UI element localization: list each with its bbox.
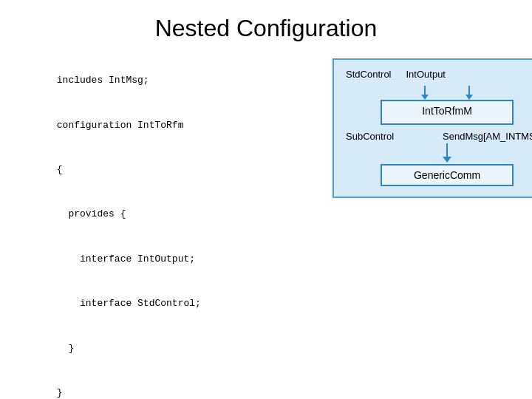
sub-control-label: SubControl: [346, 131, 394, 142]
code-line-5: interface IntOutput;: [57, 253, 195, 265]
code-line-7: }: [57, 343, 74, 354]
code-line-6: interface StdControl;: [57, 298, 201, 309]
inner-box: IntToRfmM: [381, 100, 514, 125]
generic-comm-box: GenericComm: [381, 164, 514, 186]
arrow-head-2: [466, 95, 473, 100]
bottom-row: SubControl SendMsg[AM_INTMSG];: [346, 131, 532, 142]
arrow-head-main: [443, 157, 451, 163]
top-arrows: [346, 86, 532, 100]
arrow-line-main: [446, 143, 448, 157]
code-line-2: configuration IntToRfm: [57, 120, 184, 131]
inner-box-label: IntToRfmM: [422, 105, 472, 117]
page: Nested Configuration includes IntMsg; co…: [0, 0, 532, 399]
code-line-4: provides {: [57, 208, 126, 219]
code-line-3: {: [57, 164, 63, 175]
std-control-arrow: [421, 86, 429, 100]
arrow-line-2: [468, 86, 470, 95]
generic-comm-label: GenericComm: [414, 169, 480, 181]
page-title: Nested Configuration: [22, 15, 510, 42]
send-msg-label: SendMsg[AM_INTMSG];: [443, 131, 532, 142]
code-line-1: includes IntMsg;: [57, 75, 149, 86]
outer-top-labels: StdControl IntOutput: [346, 69, 532, 80]
code-line-8: }: [57, 387, 63, 398]
int-output-label: IntOutput: [406, 69, 446, 80]
std-control-label: StdControl: [346, 69, 391, 80]
arrow-line-1: [424, 86, 426, 95]
int-output-arrow: [466, 86, 473, 100]
content-area: includes IntMsg; configuration IntToRfm …: [22, 58, 510, 399]
code-section: includes IntMsg; configuration IntToRfm …: [22, 58, 310, 399]
outer-box: StdControl IntOutput IntToRf: [332, 58, 532, 198]
diagram-section: StdControl IntOutput IntToRf: [332, 58, 532, 399]
down-arrow: [346, 143, 532, 163]
arrow-head-1: [421, 95, 429, 100]
